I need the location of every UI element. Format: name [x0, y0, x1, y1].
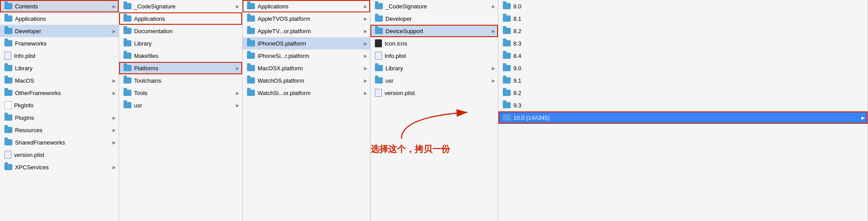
row-v93[interactable]: 9.3 — [498, 99, 868, 111]
folder-icon — [375, 28, 383, 34]
row-v91[interactable]: 9.1 — [498, 74, 868, 87]
folder-icon — [4, 114, 12, 121]
row-v100[interactable]: 10.0 (14A345) ▶ — [498, 111, 868, 124]
row-contents[interactable]: Contents ▶ — [0, 0, 119, 12]
item-label: XPCServices — [15, 164, 112, 171]
row-pkginfo[interactable]: PkgInfo — [0, 99, 119, 111]
item-label: Icon.icns — [385, 40, 495, 47]
folder-icon — [503, 15, 511, 22]
item-label: Info.plist — [14, 53, 116, 59]
row-macos[interactable]: MacOS ▶ — [0, 74, 119, 87]
item-label: Contents — [15, 3, 112, 10]
folder-icon — [503, 102, 511, 108]
row-info-plist[interactable]: Info.plist — [0, 50, 119, 62]
column-4[interactable]: _CodeSignature ▶ Developer DeviceSupport… — [370, 0, 498, 221]
column-1[interactable]: Contents ▶ Applications Developer ▶ Fram… — [0, 0, 119, 221]
row-frameworks[interactable]: Frameworks — [0, 37, 119, 50]
folder-icon — [503, 65, 511, 71]
row-usr[interactable]: usr ▶ — [370, 74, 498, 87]
folder-icon — [4, 164, 12, 170]
row-developer[interactable]: Developer ▶ — [0, 25, 119, 37]
row-toolchains[interactable]: Toolchains — [119, 74, 242, 87]
column-3[interactable]: Applications ▶ AppleTVOS.platform ▶ Appl… — [243, 0, 370, 221]
row-info-plist[interactable]: Info.plist — [370, 50, 498, 62]
arrow-icon: ▶ — [112, 165, 116, 170]
arrow-icon: ▶ — [364, 78, 367, 83]
row-xpcservices[interactable]: XPCServices ▶ — [0, 161, 119, 173]
row-tools[interactable]: Tools ▶ — [119, 87, 242, 99]
row-documentation[interactable]: Documentation — [119, 25, 242, 37]
row-applications[interactable]: Applications — [0, 12, 119, 25]
folder-icon — [123, 40, 131, 46]
row-library[interactable]: Library — [0, 62, 119, 74]
folder-icon — [123, 15, 131, 22]
folder-icon — [4, 65, 12, 71]
row-usr[interactable]: usr ▶ — [119, 99, 242, 111]
folder-icon — [503, 28, 511, 34]
folder-icon — [123, 90, 131, 96]
row-makefiles[interactable]: Makefiles — [119, 50, 242, 62]
folder-icon — [247, 90, 255, 96]
item-label: 9.0 — [513, 65, 865, 72]
icon-file-icon — [375, 39, 382, 47]
item-label: 8.1 — [513, 15, 865, 22]
row-v80[interactable]: 8.0 — [498, 0, 868, 12]
folder-icon — [503, 77, 511, 84]
row-iphonesimulator[interactable]: iPhoneSi...r.platform ▶ — [243, 50, 370, 62]
row-plugins[interactable]: PlugIns ▶ — [0, 111, 119, 124]
item-label: Developer — [15, 28, 112, 34]
row-library[interactable]: Library ▶ — [370, 62, 498, 74]
file-icon — [375, 52, 382, 60]
item-label: PlugIns — [15, 114, 112, 121]
row-v92[interactable]: 9.2 — [498, 87, 868, 99]
row-v81[interactable]: 8.1 — [498, 12, 868, 25]
folder-icon — [503, 114, 511, 121]
row-icon-icns[interactable]: Icon.icns — [370, 37, 498, 50]
item-label: Platforms — [134, 65, 236, 72]
arrow-icon: ▶ — [236, 103, 239, 108]
item-label: DeviceSupport — [385, 28, 492, 34]
row-applications[interactable]: Applications ▶ — [243, 0, 370, 12]
row-library[interactable]: Library — [119, 37, 242, 50]
row-codesignature[interactable]: _CodeSignature ▶ — [370, 0, 498, 12]
row-resources[interactable]: Resources ▶ — [0, 124, 119, 136]
folder-icon — [247, 77, 255, 84]
row-applications[interactable]: Applications — [119, 12, 242, 25]
row-codesignature[interactable]: _CodeSignature ▶ — [119, 0, 242, 12]
item-label: version.plist — [14, 152, 116, 158]
row-platforms[interactable]: Platforms ▶ — [119, 62, 242, 74]
item-label: Frameworks — [15, 40, 116, 47]
arrow-icon: ▶ — [112, 115, 116, 120]
item-label: 8.3 — [513, 40, 865, 47]
row-iphoneos[interactable]: iPhoneOS.platform ▶ — [243, 37, 370, 50]
column-2[interactable]: _CodeSignature ▶ Applications Documentat… — [119, 0, 243, 221]
item-label: iPhoneOS.platform — [258, 40, 364, 47]
folder-icon — [503, 3, 511, 9]
folder-icon — [247, 40, 255, 46]
item-label: usr — [385, 77, 492, 84]
row-otherframeworks[interactable]: OtherFrameworks ▶ — [0, 87, 119, 99]
row-watchos[interactable]: WatchOS.platform ▶ — [243, 74, 370, 87]
row-v90[interactable]: 9.0 — [498, 62, 868, 74]
arrow-icon: ▶ — [112, 29, 116, 34]
item-label: 9.1 — [513, 77, 865, 84]
column-5[interactable]: 8.0 8.1 8.2 8.3 8.4 9.0 9.1 9.2 9.3 10.0… — [498, 0, 868, 221]
arrow-icon: ▶ — [364, 66, 367, 71]
folder-icon — [123, 102, 131, 108]
folder-icon — [247, 28, 255, 34]
item-label: 8.4 — [513, 53, 865, 59]
row-developer[interactable]: Developer — [370, 12, 498, 25]
row-devicesupport[interactable]: DeviceSupport ▶ — [370, 25, 498, 37]
row-version-plist[interactable]: version.plist — [370, 87, 498, 99]
row-appletvos[interactable]: AppleTVOS.platform ▶ — [243, 12, 370, 25]
row-v84[interactable]: 8.4 — [498, 50, 868, 62]
row-macosx[interactable]: MacOSX.platform ▶ — [243, 62, 370, 74]
row-appletvsimulator[interactable]: AppleTV...or.platform ▶ — [243, 25, 370, 37]
row-v82[interactable]: 8.2 — [498, 25, 868, 37]
row-v83[interactable]: 8.3 — [498, 37, 868, 50]
arrow-icon: ▶ — [236, 66, 239, 71]
row-sharedframeworks[interactable]: SharedFrameworks ▶ — [0, 136, 119, 149]
file-icon — [4, 52, 11, 60]
row-watchsimulator[interactable]: WatchSi...or.platform ▶ — [243, 87, 370, 99]
row-version-plist[interactable]: version.plist — [0, 149, 119, 161]
